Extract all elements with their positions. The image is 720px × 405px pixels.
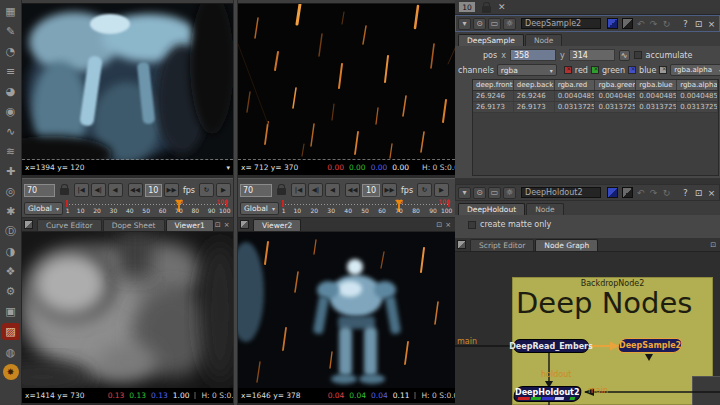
revert-icon[interactable]: ↻	[661, 188, 672, 198]
ember-spark-icon[interactable]: ✸	[3, 364, 19, 380]
lock-icon[interactable]	[60, 188, 69, 195]
undo-icon[interactable]: ↶	[635, 188, 646, 198]
timeline-ruler[interactable]: 100 70 1 10 20 30 40 50 60 70 80 90 100	[66, 200, 228, 216]
3d-icon[interactable]: ◎	[2, 181, 20, 201]
close-panel-icon[interactable]: ×	[706, 188, 717, 198]
viewer1-canvas-depth[interactable]	[22, 232, 233, 388]
close-all-panels-icon[interactable]: ✕	[498, 2, 506, 12]
col-deep-back[interactable]: deep.back	[514, 80, 555, 90]
deep-icon[interactable]: Ⓓ	[2, 221, 20, 241]
loop-button[interactable]: ↻	[199, 183, 214, 197]
skip-start-button[interactable]: |◀	[74, 183, 89, 197]
node-graph-canvas[interactable]: BackdropNode2 Deep Nodes DeepRead_Embers…	[455, 252, 720, 405]
node-name-field[interactable]: DeepHoldout2	[521, 187, 601, 198]
frame-increment-field[interactable]: 10	[362, 184, 380, 197]
toolsets-icon[interactable]: ⚙	[2, 281, 20, 301]
pos-x-field[interactable]: 358	[510, 49, 556, 61]
help-icon[interactable]: ?	[680, 19, 691, 29]
green-checkbox[interactable]	[591, 66, 599, 74]
center-in-viewer-icon[interactable]: ⊙	[473, 187, 486, 199]
transform-icon[interactable]: ✚	[2, 161, 20, 181]
step-forward-button[interactable]: ▶▶	[164, 183, 179, 197]
tab-dope-sheet[interactable]: Dope Sheet	[103, 219, 165, 231]
postage-stamp-icon[interactable]: ☼	[503, 18, 516, 30]
furnace-icon[interactable]: ▨	[2, 323, 20, 340]
tab-node[interactable]: Node	[526, 203, 564, 215]
color-icon[interactable]: ◕	[2, 81, 20, 101]
lock-icon[interactable]	[277, 188, 286, 195]
channel-icon[interactable]: ≡	[2, 61, 20, 81]
col-rgba-blue[interactable]: rgba.blue	[636, 80, 677, 90]
tab-node-graph[interactable]: Node Graph	[535, 239, 598, 251]
loop-button[interactable]: ↻	[417, 183, 432, 197]
step-back-button[interactable]: ◀◀	[128, 183, 143, 197]
table-row[interactable]: 26.9173 26.9173 0.0313725 0.0313725 0.03…	[473, 102, 718, 113]
current-frame-field[interactable]: 70	[240, 184, 272, 197]
views-icon[interactable]: ◑	[2, 241, 20, 261]
float-pane-icon[interactable]: ⊡	[436, 221, 442, 229]
node-color-swatch[interactable]	[607, 18, 618, 29]
range-start-marker[interactable]	[66, 200, 68, 207]
create-matte-only-checkbox[interactable]	[468, 221, 476, 229]
col-deep-front[interactable]: deep.front	[473, 80, 514, 90]
image-icon[interactable]: ▦	[2, 1, 20, 21]
postage-stamp-icon[interactable]: ☼	[503, 187, 516, 199]
col-rgba-red[interactable]: rgba.red	[555, 80, 596, 90]
pane-menu-icon[interactable]	[24, 220, 33, 229]
redo-icon[interactable]: ↷	[648, 19, 659, 29]
play-backward-button[interactable]: ◀	[325, 183, 340, 197]
center-in-viewer-icon[interactable]: ⊙	[473, 18, 486, 30]
tab-script-editor[interactable]: Script Editor	[470, 239, 534, 251]
tab-node[interactable]: Node	[525, 34, 563, 46]
play-backward-button[interactable]: ◀	[108, 183, 123, 197]
range-start-marker[interactable]	[282, 200, 284, 207]
metadata-icon[interactable]: ❖	[2, 261, 20, 281]
node-deepread-embers[interactable]: DeepRead_Embers	[513, 339, 589, 353]
viewer2-canvas-robot[interactable]	[238, 232, 455, 388]
table-row[interactable]: 26.9246 26.9246 0.00404858 0.00404858 0.…	[473, 91, 718, 102]
step-back-button[interactable]: ◀◀	[345, 183, 360, 197]
timeline-ruler[interactable]: 100 70 1 10 20 30 40 50 60 70 80 90 100	[282, 200, 450, 216]
play-button[interactable]: ▶	[434, 183, 449, 197]
tab-deepsample[interactable]: DeepSample	[458, 34, 524, 46]
play-button[interactable]: ▶	[216, 183, 231, 197]
frame-increment-field[interactable]: 10	[145, 184, 162, 197]
col-rgba-alpha[interactable]: rgba.alpha	[677, 80, 718, 90]
ember-icon[interactable]: ◍	[2, 342, 20, 362]
chevron-down-icon[interactable]: ▾	[226, 164, 230, 172]
alpha-checkbox[interactable]	[659, 66, 667, 74]
help-icon[interactable]: ?	[680, 188, 691, 198]
prev-keyframe-button[interactable]: ◀|	[308, 183, 323, 197]
step-forward-button[interactable]: ▶▶	[382, 183, 397, 197]
node-deepholdout2[interactable]: DeepHoldout2	[512, 386, 583, 402]
redo-icon[interactable]: ↷	[648, 188, 659, 198]
frame-range-dropdown[interactable]: Global▾	[24, 202, 63, 215]
lock-icon[interactable]	[482, 6, 491, 13]
time-icon[interactable]: ◔	[2, 41, 20, 61]
keyer-icon[interactable]: ∿	[2, 121, 20, 141]
max-panels-field[interactable]: 10	[459, 2, 475, 12]
float-pane-icon[interactable]: ⊡	[215, 221, 221, 229]
float-panel-icon[interactable]: ⊡	[693, 19, 704, 29]
node-color-swatch[interactable]	[607, 187, 618, 198]
skip-start-button[interactable]: |◀	[291, 183, 306, 197]
close-pane-icon[interactable]: ×	[445, 221, 451, 229]
col-rgba-green[interactable]: rgba.green	[595, 80, 636, 90]
tab-viewer2[interactable]: Viewer2	[253, 219, 301, 231]
node-name-field[interactable]: DeepSample2	[521, 18, 601, 29]
blue-checkbox[interactable]	[628, 66, 636, 74]
viewer2-canvas-embers[interactable]	[238, 4, 455, 160]
revert-icon[interactable]: ↻	[661, 19, 672, 29]
accumulate-checkbox[interactable]	[634, 51, 642, 59]
node-menu-icon[interactable]: ▾	[458, 18, 471, 30]
gl-color-swatch[interactable]	[622, 18, 633, 29]
monitor-out-icon[interactable]: ▭	[488, 18, 501, 30]
particles-icon[interactable]: ✱	[2, 201, 20, 221]
other-icon[interactable]: ▣	[2, 301, 20, 321]
pos-y-field[interactable]: 314	[569, 49, 615, 61]
viewer1-canvas-robot-closeup[interactable]	[22, 4, 233, 160]
pane-menu-icon[interactable]	[457, 240, 466, 249]
float-pane-icon[interactable]: ⊡	[710, 241, 716, 249]
node-deepsample2[interactable]: DeepSample2	[616, 338, 684, 353]
node-menu-icon[interactable]: ▾	[458, 187, 471, 199]
